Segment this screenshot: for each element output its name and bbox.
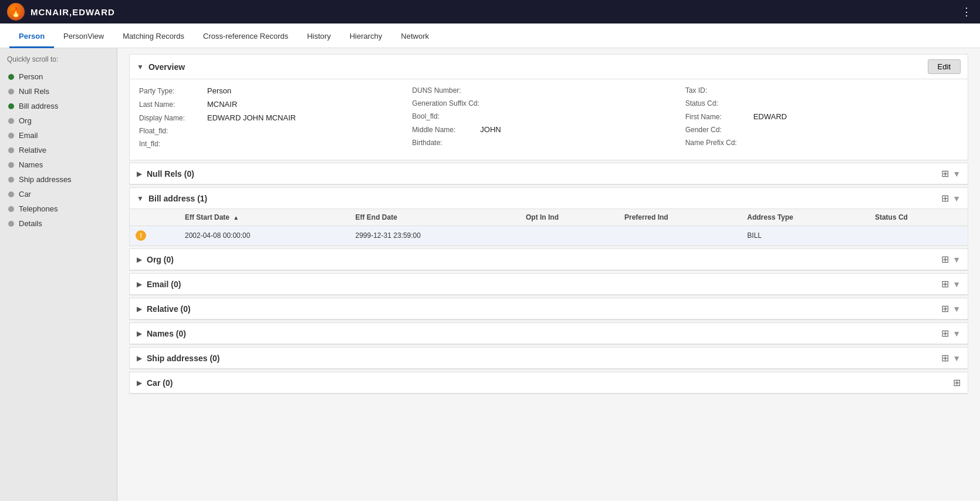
tab-personview[interactable]: PersonView	[54, 26, 113, 48]
org-collapse-icon[interactable]: ▶	[137, 255, 142, 264]
th-eff-end-date[interactable]: Eff End Date	[350, 209, 521, 226]
null-rels-header: ▶ Null Rels (0) ⊞ ▼	[130, 163, 968, 184]
content-area: ▼ Overview Edit Party Type: Person Last …	[117, 48, 980, 501]
org-grid-icon[interactable]: ⊞	[941, 254, 949, 265]
sidebar-item-relative[interactable]: Relative	[5, 143, 112, 157]
org-section: ▶ Org (0) ⊞ ▼	[129, 248, 968, 271]
ship-addresses-actions: ⊞ ▼	[941, 352, 961, 364]
bill-address-grid-icon[interactable]: ⊞	[941, 193, 949, 204]
th-preferred-ind[interactable]: Preferred Ind	[619, 209, 741, 226]
field-label-float-fld: Float_fld:	[139, 127, 204, 135]
sidebar-label-null-rels: Null Rels	[19, 87, 49, 96]
relative-grid-icon[interactable]: ⊞	[941, 303, 949, 314]
email-section: ▶ Email (0) ⊞ ▼	[129, 273, 968, 295]
tab-hierarchy[interactable]: Hierarchy	[340, 26, 392, 48]
ship-addresses-title: Ship addresses (0)	[147, 354, 220, 363]
overview-header-left: ▼ Overview	[137, 62, 185, 72]
tab-history[interactable]: History	[298, 26, 340, 48]
sidebar-item-details[interactable]: Details	[5, 216, 112, 231]
ship-addresses-collapse-icon[interactable]: ▶	[137, 354, 142, 362]
names-grid-icon[interactable]: ⊞	[941, 328, 949, 339]
sidebar-dot-email	[8, 133, 14, 139]
org-actions: ⊞ ▼	[941, 254, 961, 265]
main-layout: Quickly scroll to: Person Null Rels Bill…	[0, 48, 980, 501]
bill-address-header: ▼ Bill address (1) ⊞ ▼	[130, 188, 968, 209]
sidebar-label-car: Car	[19, 190, 31, 199]
relative-collapse-icon[interactable]: ▶	[137, 305, 142, 313]
sidebar-item-ship-addresses[interactable]: Ship addresses	[5, 172, 112, 187]
null-rels-filter-icon[interactable]: ▼	[952, 169, 961, 179]
overview-collapse-icon[interactable]: ▼	[137, 63, 144, 71]
overview-col3: Tax ID: Status Cd: First Name: EDWARD	[685, 86, 958, 153]
relative-title: Relative (0)	[147, 304, 191, 314]
sidebar-dot-car	[8, 191, 14, 197]
field-tax-id: Tax ID:	[685, 86, 958, 95]
header-menu-icon[interactable]: ⋮	[961, 5, 973, 18]
bill-address-table-container: Eff Start Date ▲ Eff End Date Opt In Ind…	[130, 209, 968, 246]
edit-button[interactable]: Edit	[928, 59, 961, 74]
ship-addresses-filter-icon[interactable]: ▼	[952, 354, 961, 363]
tab-network[interactable]: Network	[391, 26, 438, 48]
ship-addresses-grid-icon[interactable]: ⊞	[941, 352, 949, 364]
field-first-name: First Name: EDWARD	[685, 112, 958, 121]
table-row[interactable]: ! Contains data that is pending approval…	[130, 226, 968, 246]
sidebar-label-names: Names	[19, 160, 43, 169]
overview-title: Overview	[148, 62, 185, 72]
relative-header-left: ▶ Relative (0)	[137, 304, 191, 314]
sidebar-label-ship-addresses: Ship addresses	[19, 175, 72, 184]
sidebar-label-telephones: Telephones	[19, 204, 58, 213]
names-collapse-icon[interactable]: ▶	[137, 329, 142, 338]
car-grid-icon[interactable]: ⊞	[953, 377, 961, 388]
pending-icon[interactable]: !	[136, 230, 146, 241]
field-birthdate: Birthdate:	[412, 139, 685, 147]
tab-matching-records[interactable]: Matching Records	[113, 26, 194, 48]
null-rels-section: ▶ Null Rels (0) ⊞ ▼	[129, 163, 968, 185]
relative-section: ▶ Relative (0) ⊞ ▼	[129, 298, 968, 320]
field-middle-name: Middle Name: JOHN	[412, 125, 685, 134]
overview-header: ▼ Overview Edit	[130, 55, 968, 79]
email-header-left: ▶ Email (0)	[137, 280, 181, 289]
sidebar-item-telephones[interactable]: Telephones	[5, 201, 112, 216]
sidebar-item-car[interactable]: Car	[5, 187, 112, 201]
field-value-display-name: EDWARD JOHN MCNAIR	[207, 113, 296, 122]
names-header-left: ▶ Names (0)	[137, 329, 186, 338]
td-eff-end: 2999-12-31 23:59:00	[350, 226, 521, 246]
email-collapse-icon[interactable]: ▶	[137, 280, 142, 288]
bill-address-tbody: ! Contains data that is pending approval…	[130, 226, 968, 246]
sidebar-item-org[interactable]: Org	[5, 113, 112, 128]
field-label-middle-name: Middle Name:	[412, 126, 477, 134]
bill-address-thead: Eff Start Date ▲ Eff End Date Opt In Ind…	[130, 209, 968, 226]
field-value-first-name: EDWARD	[753, 112, 787, 121]
th-address-type[interactable]: Address Type	[741, 209, 869, 226]
sidebar-label-person: Person	[19, 72, 43, 81]
sidebar-item-names[interactable]: Names	[5, 157, 112, 172]
sidebar-dot-ship-addresses	[8, 177, 14, 183]
bill-address-collapse-icon[interactable]: ▼	[137, 194, 144, 203]
field-label-birthdate: Birthdate:	[412, 139, 477, 147]
names-filter-icon[interactable]: ▼	[952, 329, 961, 338]
car-header: ▶ Car (0) ⊞	[130, 372, 968, 394]
tab-cross-reference[interactable]: Cross-reference Records	[194, 26, 298, 48]
th-status-cd[interactable]: Status Cd	[869, 209, 968, 226]
field-party-type: Party Type: Person	[139, 86, 412, 95]
relative-filter-icon[interactable]: ▼	[952, 304, 961, 314]
sidebar-item-null-rels[interactable]: Null Rels	[5, 84, 112, 99]
sidebar-item-person[interactable]: Person	[5, 69, 112, 84]
th-opt-in-ind[interactable]: Opt In Ind	[520, 209, 619, 226]
sidebar-item-email[interactable]: Email	[5, 128, 112, 143]
car-collapse-icon[interactable]: ▶	[137, 379, 142, 387]
names-actions: ⊞ ▼	[941, 328, 961, 339]
null-rels-collapse-icon[interactable]: ▶	[137, 170, 142, 178]
sidebar-dot-relative	[8, 147, 14, 153]
field-duns-number: DUNS Number:	[412, 86, 685, 95]
th-eff-start-date[interactable]: Eff Start Date ▲	[179, 209, 350, 226]
email-grid-icon[interactable]: ⊞	[941, 278, 949, 290]
tab-person[interactable]: Person	[9, 26, 54, 48]
null-rels-grid-icon[interactable]: ⊞	[941, 168, 949, 179]
org-filter-icon[interactable]: ▼	[952, 255, 961, 264]
email-filter-icon[interactable]: ▼	[952, 280, 961, 289]
bill-address-filter-icon[interactable]: ▼	[952, 194, 961, 203]
overview-grid: Party Type: Person Last Name: MCNAIR Dis…	[139, 86, 958, 153]
td-preferred	[619, 226, 741, 246]
sidebar-item-bill-address[interactable]: Bill address	[5, 99, 112, 113]
